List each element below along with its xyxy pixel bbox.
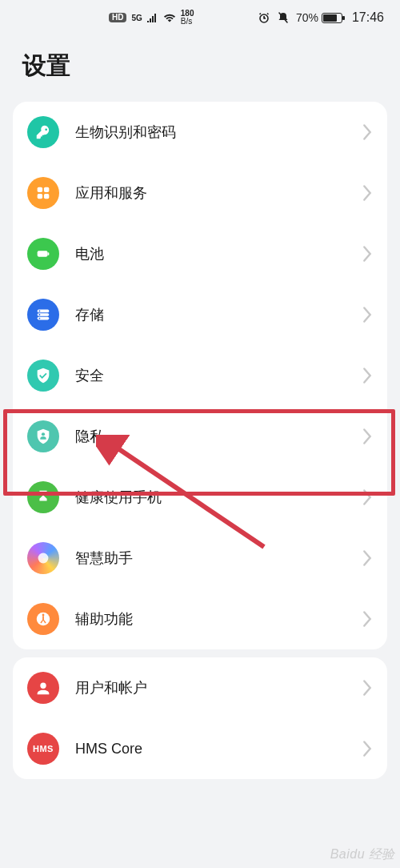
wifi-icon <box>163 13 176 22</box>
svg-point-12 <box>39 318 41 319</box>
settings-item-ai-assistant[interactable]: 智慧助手 <box>13 528 387 589</box>
item-label: 用户和帐户 <box>75 678 346 697</box>
hd-badge: HD <box>109 13 126 22</box>
chevron-right-icon <box>362 610 373 628</box>
battery-indicator: 70% <box>296 11 342 24</box>
accessibility-icon <box>27 603 59 635</box>
network-speed: 180 B/s <box>181 10 194 26</box>
alarm-icon <box>258 11 270 24</box>
svg-rect-4 <box>44 194 49 199</box>
item-label: 隐私 <box>75 427 346 446</box>
settings-item-storage[interactable]: 存储 <box>13 284 387 345</box>
settings-group-1: 生物识别和密码 应用和服务 电池 存储 安全 隐私 <box>13 102 387 649</box>
svg-rect-5 <box>38 251 48 256</box>
svg-rect-1 <box>38 187 42 192</box>
chevron-right-icon <box>362 306 373 323</box>
svg-point-10 <box>39 311 41 312</box>
chevron-right-icon <box>362 184 373 202</box>
battery-icon <box>27 238 59 270</box>
item-label: 生物识别和密码 <box>75 123 346 142</box>
item-label: HMS Core <box>75 741 346 757</box>
battery-icon <box>322 13 342 23</box>
chevron-right-icon <box>362 367 373 384</box>
settings-item-hms-core[interactable]: HMS HMS Core <box>13 718 387 779</box>
key-icon <box>27 116 59 148</box>
battery-percent: 70% <box>296 11 318 24</box>
settings-item-battery[interactable]: 电池 <box>13 223 387 284</box>
svg-point-17 <box>40 683 46 689</box>
status-bar: HD 5G 180 B/s 70% 17:46 <box>0 0 400 35</box>
assistant-icon <box>27 542 59 574</box>
hms-icon: HMS <box>27 733 59 765</box>
chevron-right-icon <box>362 740 373 757</box>
settings-group-2: 用户和帐户 HMS HMS Core <box>13 657 387 779</box>
settings-item-digital-balance[interactable]: 健康使用手机 <box>13 467 387 528</box>
settings-item-apps[interactable]: 应用和服务 <box>13 163 387 223</box>
svg-rect-3 <box>38 194 42 199</box>
chevron-right-icon <box>362 679 373 697</box>
svg-point-13 <box>42 432 45 436</box>
settings-item-security[interactable]: 安全 <box>13 345 387 406</box>
svg-rect-2 <box>44 187 49 192</box>
svg-point-16 <box>42 614 45 617</box>
item-label: 电池 <box>75 244 346 263</box>
svg-point-11 <box>39 314 41 315</box>
item-label: 安全 <box>75 366 346 385</box>
chevron-right-icon <box>362 488 373 506</box>
item-label: 健康使用手机 <box>75 488 346 507</box>
item-label: 应用和服务 <box>75 183 346 203</box>
mute-icon <box>277 11 290 24</box>
watermark: Baidu 经验 <box>330 846 395 863</box>
clock: 17:46 <box>352 10 384 25</box>
shield-icon <box>27 360 59 392</box>
chevron-right-icon <box>362 428 373 445</box>
page-title: 设置 <box>0 35 400 94</box>
status-left: HD 5G 180 B/s <box>16 10 258 26</box>
user-icon <box>27 672 59 704</box>
status-right: 70% 17:46 <box>258 10 384 25</box>
item-label: 存储 <box>75 305 346 324</box>
chevron-right-icon <box>362 549 373 567</box>
storage-icon <box>27 299 59 331</box>
chevron-right-icon <box>362 123 373 141</box>
svg-point-14 <box>38 553 49 564</box>
hms-icon-text: HMS <box>33 744 54 753</box>
chevron-right-icon <box>362 245 373 263</box>
signal-icon <box>147 13 158 22</box>
network-type: 5G <box>131 14 142 22</box>
settings-item-biometrics[interactable]: 生物识别和密码 <box>13 102 387 163</box>
settings-item-users-accounts[interactable]: 用户和帐户 <box>13 657 387 718</box>
item-label: 智慧助手 <box>75 549 346 568</box>
svg-rect-6 <box>48 252 50 255</box>
privacy-icon <box>27 420 59 452</box>
item-label: 辅助功能 <box>75 609 346 629</box>
hourglass-icon <box>27 481 59 513</box>
settings-item-privacy[interactable]: 隐私 <box>13 406 387 467</box>
apps-icon <box>27 177 59 209</box>
settings-item-accessibility[interactable]: 辅助功能 <box>13 589 387 649</box>
